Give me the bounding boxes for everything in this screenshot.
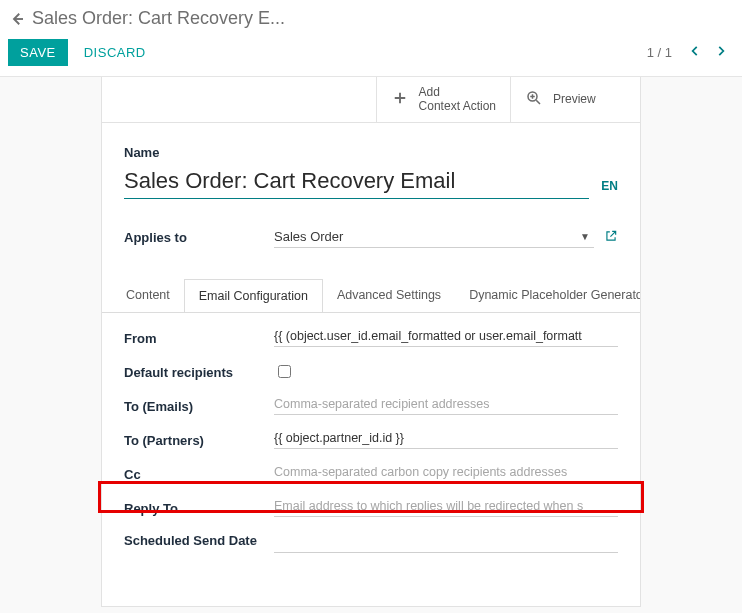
scheduled-label: Scheduled Send Date xyxy=(124,531,274,550)
cc-label: Cc xyxy=(124,465,274,482)
tabs: Content Email Configuration Advanced Set… xyxy=(102,278,640,313)
caret-down-icon: ▼ xyxy=(576,231,594,242)
default-recipients-row: Default recipients xyxy=(124,361,618,381)
reply-to-row: Reply To xyxy=(124,497,618,517)
from-label: From xyxy=(124,329,274,346)
stat-button-row: Add Context Action Preview xyxy=(102,77,640,123)
tab-advanced-settings[interactable]: Advanced Settings xyxy=(323,279,455,313)
discard-button[interactable]: DISCARD xyxy=(84,45,146,60)
name-input[interactable] xyxy=(124,166,589,199)
to-emails-row: To (Emails) xyxy=(124,395,618,415)
cc-input[interactable] xyxy=(274,463,618,483)
back-arrow-icon[interactable] xyxy=(8,10,26,28)
reply-to-input[interactable] xyxy=(274,497,618,517)
to-partners-row: To (Partners) xyxy=(124,429,618,449)
preview-label: Preview xyxy=(553,93,596,107)
control-bar: SAVE DISCARD 1 / 1 xyxy=(0,33,742,77)
from-input[interactable] xyxy=(274,327,618,347)
scheduled-input[interactable] xyxy=(274,533,618,553)
magnify-plus-icon xyxy=(525,89,543,110)
from-row: From xyxy=(124,327,618,347)
applies-to-value: Sales Order xyxy=(274,229,576,244)
pager[interactable]: 1 / 1 xyxy=(647,45,672,60)
form-sheet: Add Context Action Preview Name EN Appl xyxy=(101,77,641,607)
language-button[interactable]: EN xyxy=(601,179,618,199)
plus-icon xyxy=(391,89,409,110)
add-context-line2: Context Action xyxy=(419,100,496,114)
reply-to-label: Reply To xyxy=(124,499,274,516)
save-button[interactable]: SAVE xyxy=(8,39,68,66)
breadcrumb-bar: Sales Order: Cart Recovery E... xyxy=(0,0,742,33)
pager-prev-icon[interactable] xyxy=(682,42,708,63)
tab-dynamic-placeholder[interactable]: Dynamic Placeholder Generator xyxy=(455,279,640,313)
to-partners-input[interactable] xyxy=(274,429,618,449)
breadcrumb-title[interactable]: Sales Order: Cart Recovery E... xyxy=(32,8,285,29)
default-recipients-label: Default recipients xyxy=(124,363,274,380)
applies-to-label: Applies to xyxy=(124,230,274,245)
default-recipients-checkbox[interactable] xyxy=(278,365,291,378)
preview-button[interactable]: Preview xyxy=(510,77,640,122)
applies-to-dropdown[interactable]: Sales Order ▼ xyxy=(274,227,594,248)
add-context-action-button[interactable]: Add Context Action xyxy=(376,77,510,122)
scheduled-row: Scheduled Send Date xyxy=(124,531,618,553)
to-emails-input[interactable] xyxy=(274,395,618,415)
tab-email-configuration[interactable]: Email Configuration xyxy=(184,279,323,313)
add-context-line1: Add xyxy=(419,86,496,100)
pager-next-icon[interactable] xyxy=(708,42,734,63)
tab-content[interactable]: Content xyxy=(112,279,184,313)
external-link-icon[interactable] xyxy=(604,229,618,246)
cc-row: Cc xyxy=(124,463,618,483)
to-partners-label: To (Partners) xyxy=(124,431,274,448)
to-emails-label: To (Emails) xyxy=(124,397,274,414)
name-label: Name xyxy=(124,145,618,160)
